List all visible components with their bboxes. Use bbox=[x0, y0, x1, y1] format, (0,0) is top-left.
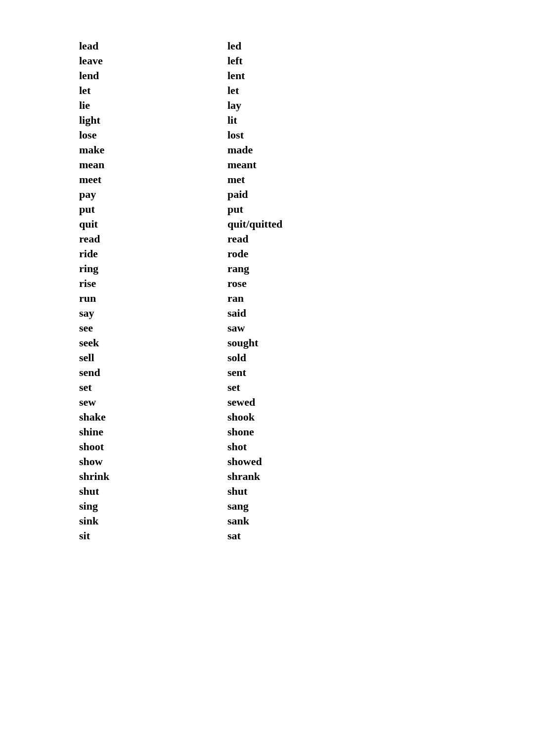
word-row: riderode bbox=[79, 247, 455, 260]
base-form: read bbox=[79, 233, 227, 245]
word-table: leadledleaveleftlendlentletletlielayligh… bbox=[79, 40, 455, 542]
base-form: sink bbox=[79, 515, 227, 527]
word-row: shrinkshrank bbox=[79, 470, 455, 483]
word-row: saysaid bbox=[79, 307, 455, 320]
base-form: leave bbox=[79, 54, 227, 67]
past-form: made bbox=[227, 143, 455, 156]
base-form: show bbox=[79, 455, 227, 468]
base-form: sew bbox=[79, 396, 227, 409]
word-row: riserose bbox=[79, 277, 455, 290]
word-row: shineshone bbox=[79, 425, 455, 438]
base-form: lose bbox=[79, 129, 227, 142]
past-form: meant bbox=[227, 158, 455, 171]
word-row: lendlent bbox=[79, 69, 455, 82]
base-form: shine bbox=[79, 425, 227, 438]
word-row: makemade bbox=[79, 143, 455, 156]
base-form: run bbox=[79, 292, 227, 305]
word-row: sendsent bbox=[79, 366, 455, 379]
word-row: leaveleft bbox=[79, 54, 455, 67]
past-form: said bbox=[227, 307, 455, 320]
word-row: putput bbox=[79, 203, 455, 216]
word-row: lielay bbox=[79, 99, 455, 112]
word-row: meetmet bbox=[79, 173, 455, 186]
word-row: letlet bbox=[79, 84, 455, 97]
word-row: singsang bbox=[79, 500, 455, 513]
base-form: ring bbox=[79, 262, 227, 275]
base-form: pay bbox=[79, 188, 227, 201]
past-form: quit/quitted bbox=[227, 218, 455, 231]
word-row: ringrang bbox=[79, 262, 455, 275]
base-form: put bbox=[79, 203, 227, 216]
base-form: sell bbox=[79, 351, 227, 364]
base-form: send bbox=[79, 366, 227, 379]
past-form: lent bbox=[227, 69, 455, 82]
word-row: leadled bbox=[79, 40, 455, 52]
base-form: seek bbox=[79, 336, 227, 349]
word-row: seesaw bbox=[79, 322, 455, 334]
word-row: meanmeant bbox=[79, 158, 455, 171]
word-row: loselost bbox=[79, 129, 455, 142]
base-form: shrink bbox=[79, 470, 227, 483]
past-form: rode bbox=[227, 247, 455, 260]
base-form: make bbox=[79, 143, 227, 156]
past-form: shrank bbox=[227, 470, 455, 483]
word-row: sellsold bbox=[79, 351, 455, 364]
base-form: let bbox=[79, 84, 227, 97]
past-form: shook bbox=[227, 411, 455, 424]
word-row: sewsewed bbox=[79, 396, 455, 409]
word-row: shootshot bbox=[79, 440, 455, 453]
past-form: rang bbox=[227, 262, 455, 275]
past-form: lay bbox=[227, 99, 455, 112]
base-form: shut bbox=[79, 485, 227, 498]
word-row: showshowed bbox=[79, 455, 455, 468]
base-form: rise bbox=[79, 277, 227, 290]
word-row: sinksank bbox=[79, 515, 455, 527]
past-form: read bbox=[227, 233, 455, 245]
past-form: showed bbox=[227, 455, 455, 468]
base-form: sing bbox=[79, 500, 227, 513]
past-form: set bbox=[227, 381, 455, 394]
past-form: let bbox=[227, 84, 455, 97]
base-form: light bbox=[79, 114, 227, 127]
past-form: sent bbox=[227, 366, 455, 379]
past-form: paid bbox=[227, 188, 455, 201]
base-form: see bbox=[79, 322, 227, 334]
past-form: sat bbox=[227, 529, 455, 542]
past-form: put bbox=[227, 203, 455, 216]
base-form: mean bbox=[79, 158, 227, 171]
past-form: ran bbox=[227, 292, 455, 305]
base-form: lead bbox=[79, 40, 227, 52]
past-form: shone bbox=[227, 425, 455, 438]
base-form: lend bbox=[79, 69, 227, 82]
base-form: quit bbox=[79, 218, 227, 231]
word-row: seeksought bbox=[79, 336, 455, 349]
past-form: sang bbox=[227, 500, 455, 513]
word-row: quitquit/quitted bbox=[79, 218, 455, 231]
past-form: shot bbox=[227, 440, 455, 453]
past-form: rose bbox=[227, 277, 455, 290]
past-form: sold bbox=[227, 351, 455, 364]
word-row: readread bbox=[79, 233, 455, 245]
word-row: shakeshook bbox=[79, 411, 455, 424]
past-form: sank bbox=[227, 515, 455, 527]
base-form: sit bbox=[79, 529, 227, 542]
base-form: say bbox=[79, 307, 227, 320]
word-row: setset bbox=[79, 381, 455, 394]
base-form: lie bbox=[79, 99, 227, 112]
base-form: shoot bbox=[79, 440, 227, 453]
word-row: lightlit bbox=[79, 114, 455, 127]
base-form: ride bbox=[79, 247, 227, 260]
word-row: paypaid bbox=[79, 188, 455, 201]
past-form: lit bbox=[227, 114, 455, 127]
past-form: left bbox=[227, 54, 455, 67]
past-form: led bbox=[227, 40, 455, 52]
word-row: shutshut bbox=[79, 485, 455, 498]
base-form: set bbox=[79, 381, 227, 394]
past-form: saw bbox=[227, 322, 455, 334]
past-form: met bbox=[227, 173, 455, 186]
past-form: shut bbox=[227, 485, 455, 498]
past-form: sewed bbox=[227, 396, 455, 409]
word-row: sitsat bbox=[79, 529, 455, 542]
word-row: runran bbox=[79, 292, 455, 305]
base-form: meet bbox=[79, 173, 227, 186]
